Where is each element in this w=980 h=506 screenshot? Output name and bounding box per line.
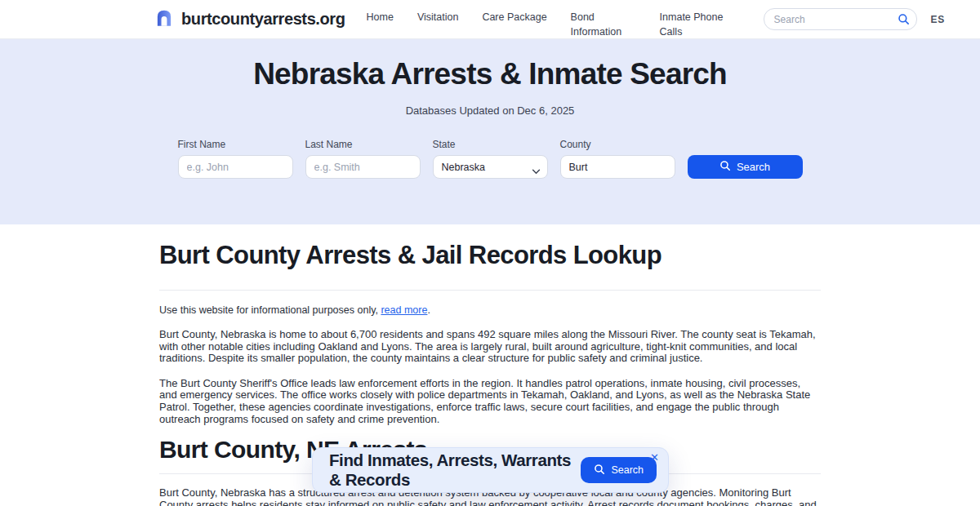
county-label: County bbox=[560, 139, 675, 150]
sheriff-overview-paragraph: The Burt County Sheriff's Office leads l… bbox=[159, 378, 821, 425]
brand-name: burtcountyarrests.org bbox=[181, 10, 345, 29]
state-field: State Nebraska bbox=[433, 139, 548, 179]
site-header: burtcountyarrests.org Home Visitation Ca… bbox=[0, 0, 980, 39]
site-logo[interactable]: burtcountyarrests.org bbox=[154, 7, 345, 32]
county-overview-paragraph: Burt County, Nebraska is home to about 6… bbox=[159, 329, 821, 365]
divider bbox=[159, 290, 821, 291]
search-submit-button[interactable]: Search bbox=[688, 155, 803, 179]
search-icon bbox=[719, 160, 731, 174]
main-nav: Home Visitation Care Package Bond Inform… bbox=[367, 0, 749, 39]
arch-house-icon bbox=[154, 7, 175, 32]
lookup-heading: Burt County Arrests & Jail Records Looku… bbox=[159, 241, 821, 270]
disclaimer-suffix: . bbox=[427, 304, 430, 316]
toast-search-button[interactable]: Search bbox=[581, 457, 657, 483]
nav-item-care-package[interactable]: Care Package bbox=[482, 10, 546, 24]
first-name-label: First Name bbox=[178, 139, 293, 150]
nav-item-visitation[interactable]: Visitation bbox=[417, 10, 459, 24]
search-icon bbox=[898, 13, 910, 29]
close-icon[interactable]: ✕ bbox=[650, 451, 659, 465]
search-promo-toast: Find Inmates, Arrests, Warrants & Record… bbox=[312, 447, 669, 493]
first-name-input[interactable] bbox=[178, 155, 293, 179]
updated-date: Databases Updated on Dec 6, 2025 bbox=[0, 104, 980, 117]
toast-search-label: Search bbox=[611, 464, 644, 476]
header-search bbox=[764, 8, 917, 30]
state-label: State bbox=[433, 139, 548, 150]
search-submit-label: Search bbox=[737, 161, 770, 173]
last-name-label: Last Name bbox=[305, 139, 421, 150]
nav-item-bond-information[interactable]: Bond Information bbox=[571, 10, 636, 39]
disclaimer: Use this website for informational purpo… bbox=[159, 304, 821, 316]
toast-title: Find Inmates, Arrests, Warrants & Record… bbox=[329, 451, 581, 490]
hero-section: Nebraska Arrests & Inmate Search Databas… bbox=[0, 39, 980, 224]
first-name-field: First Name bbox=[178, 139, 293, 179]
search-icon bbox=[594, 464, 605, 477]
page-title: Nebraska Arrests & Inmate Search bbox=[0, 39, 980, 91]
last-name-field: Last Name bbox=[305, 139, 421, 179]
disclaimer-text: Use this website for informational purpo… bbox=[159, 304, 381, 316]
nav-item-home[interactable]: Home bbox=[367, 10, 394, 24]
inmate-search-form: First Name Last Name State Nebraska Coun… bbox=[0, 139, 980, 179]
last-name-input[interactable] bbox=[305, 155, 421, 179]
nav-item-inmate-phone-calls[interactable]: Inmate Phone Calls bbox=[660, 10, 725, 39]
header-search-input[interactable] bbox=[764, 8, 917, 30]
language-toggle[interactable]: ES bbox=[931, 14, 945, 25]
state-select[interactable]: Nebraska bbox=[433, 155, 548, 179]
county-input[interactable] bbox=[560, 155, 675, 179]
read-more-link[interactable]: read more bbox=[381, 304, 427, 316]
county-field: County bbox=[560, 139, 675, 179]
